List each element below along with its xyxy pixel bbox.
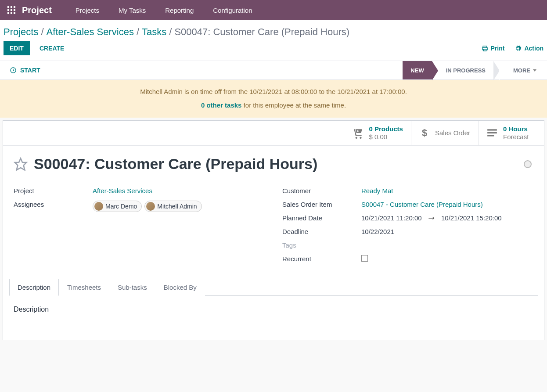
nav-projects[interactable]: Projects: [66, 7, 109, 14]
apps-icon[interactable]: [7, 6, 16, 14]
stat-sales-order-button[interactable]: $ Sales Order: [411, 121, 478, 145]
tags-label: Tags: [282, 241, 361, 249]
assignee-name: Marc Demo: [105, 203, 137, 210]
nav-configuration[interactable]: Configuration: [203, 7, 262, 14]
recurrent-label: Recurrent: [282, 255, 361, 263]
stat-products-button[interactable]: 0 Products $ 0.00: [344, 121, 411, 145]
start-label: START: [20, 67, 40, 74]
svg-rect-0: [7, 6, 9, 8]
stage-arrow-icon: [493, 61, 500, 80]
nav-reporting[interactable]: Reporting: [155, 7, 203, 14]
stage-new[interactable]: NEW: [403, 61, 432, 79]
tab-blocked-by[interactable]: Blocked By: [155, 279, 205, 296]
other-tasks-link[interactable]: 0 other tasks: [201, 101, 242, 109]
stat-hours-button[interactable]: 0 Hours Forecast: [478, 121, 544, 145]
print-icon: [482, 45, 488, 52]
planned-date-label: Planned Date: [282, 214, 361, 222]
tab-subtasks[interactable]: Sub-tasks: [109, 279, 155, 296]
tab-timesheets[interactable]: Timesheets: [59, 279, 109, 296]
svg-rect-4: [11, 9, 12, 11]
project-label: Project: [14, 187, 93, 194]
planned-to: 10/21/2021 15:20:00: [441, 214, 502, 222]
print-button[interactable]: Print: [482, 45, 505, 52]
svg-marker-17: [15, 158, 27, 170]
svg-rect-15: [487, 132, 497, 133]
title-row: S00047: Customer Care (Prepaid Hours): [3, 146, 544, 175]
brand-label[interactable]: Project: [22, 5, 52, 15]
alert-line2-suffix: for this employee at the same time.: [241, 101, 346, 109]
kanban-state-dot[interactable]: [524, 160, 532, 168]
form-col-right: Customer Ready Mat Sales Order Item S000…: [282, 184, 533, 266]
cart-icon: [352, 127, 363, 139]
so-item-link[interactable]: S00047 - Customer Care (Prepaid Hours): [361, 201, 483, 208]
svg-rect-16: [487, 135, 494, 136]
stage-arrow-icon: [499, 61, 505, 80]
arrow-right-icon: [428, 214, 437, 222]
breadcrumb-sep: /: [169, 26, 172, 38]
stage-more[interactable]: MORE: [505, 61, 547, 79]
deadline-label: Deadline: [282, 228, 361, 235]
timeoff-alert: Mitchell Admin is on time off from the 1…: [0, 80, 547, 118]
planned-date-value: 10/21/2021 11:20:00 10/21/2021 15:20:00: [361, 214, 533, 222]
planned-from: 10/21/2021 11:20:00: [361, 214, 422, 222]
assignees-label: Assignees: [14, 201, 93, 208]
left-actions: EDIT CREATE: [4, 41, 68, 55]
start-button[interactable]: START: [10, 67, 40, 74]
alert-line2: 0 other tasks for this employee at the s…: [5, 101, 542, 109]
svg-rect-14: [487, 129, 497, 130]
top-navbar: Project Projects My Tasks Reporting Conf…: [0, 0, 547, 20]
deadline-value: 10/22/2021: [361, 228, 533, 235]
stat-hours-top: 0 Hours: [503, 125, 529, 133]
page-title: S00047: Customer Care (Prepaid Hours): [34, 155, 518, 173]
stat-buttons: 0 Products $ 0.00 $ Sales Order 0 Hours …: [3, 121, 544, 146]
breadcrumb-projects[interactable]: Projects: [4, 26, 38, 38]
dollar-icon: $: [419, 128, 430, 138]
so-item-label: Sales Order Item: [282, 201, 361, 208]
stat-products-bottom: $ 0.00: [369, 133, 403, 141]
action-row: EDIT CREATE Print Action: [0, 41, 547, 61]
avatar: [146, 202, 155, 211]
clock-icon: [10, 67, 17, 74]
stage-in-progress[interactable]: IN PROGRESS: [438, 61, 493, 79]
nav-my-tasks[interactable]: My Tasks: [109, 7, 155, 14]
right-actions: Print Action: [482, 45, 543, 52]
form-grid: Project After-Sales Services Assignees M…: [3, 175, 544, 270]
breadcrumb-sep: /: [137, 26, 139, 38]
svg-rect-6: [7, 12, 9, 14]
customer-label: Customer: [282, 187, 361, 194]
tab-description[interactable]: Description: [9, 279, 59, 296]
breadcrumb: Projects / After-Sales Services / Tasks …: [4, 26, 349, 38]
gear-icon: [515, 45, 522, 52]
tabs: Description Timesheets Sub-tasks Blocked…: [9, 278, 538, 296]
customer-link[interactable]: Ready Mat: [361, 187, 393, 194]
svg-text:$: $: [422, 128, 427, 138]
stat-sales-order-label: Sales Order: [435, 129, 470, 137]
description-placeholder: Description: [14, 306, 533, 313]
avatar: [94, 202, 103, 211]
breadcrumb-after-sales[interactable]: After-Sales Services: [47, 26, 134, 38]
svg-rect-1: [11, 6, 12, 8]
create-button[interactable]: CREATE: [36, 41, 68, 55]
print-label: Print: [491, 45, 505, 52]
svg-rect-7: [11, 12, 12, 14]
stat-hours-bottom: Forecast: [503, 133, 529, 141]
action-label: Action: [524, 45, 543, 52]
tasks-icon: [486, 127, 498, 139]
action-button[interactable]: Action: [515, 45, 543, 52]
recurrent-checkbox[interactable]: [361, 255, 368, 262]
breadcrumb-tasks[interactable]: Tasks: [142, 26, 166, 38]
breadcrumb-row: Projects / After-Sales Services / Tasks …: [0, 20, 547, 41]
assignee-tag[interactable]: Marc Demo: [93, 201, 142, 212]
stat-products-top: 0 Products: [369, 125, 403, 133]
breadcrumb-current: S00047: Customer Care (Prepaid Hours): [174, 26, 349, 38]
stage-arrow-icon: [432, 61, 438, 80]
star-icon[interactable]: [14, 157, 28, 171]
assignee-name: Mitchell Admin: [157, 203, 197, 210]
assignee-tag[interactable]: Mitchell Admin: [144, 201, 202, 212]
project-link[interactable]: After-Sales Services: [93, 187, 152, 194]
chevron-down-icon: [533, 69, 536, 72]
breadcrumb-sep: /: [41, 26, 43, 38]
edit-button[interactable]: EDIT: [4, 41, 30, 55]
svg-rect-5: [14, 9, 15, 11]
form-sheet: 0 Products $ 0.00 $ Sales Order 0 Hours …: [3, 120, 544, 340]
